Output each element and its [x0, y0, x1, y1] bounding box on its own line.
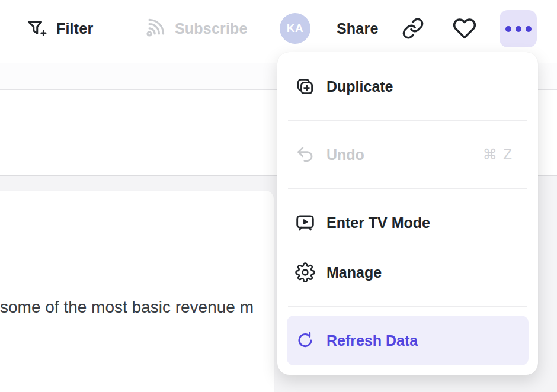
menu-item-label: Undo: [326, 146, 364, 163]
link-icon: [402, 17, 424, 40]
menu-divider: [288, 306, 527, 307]
text-card: [0, 191, 274, 392]
refresh-icon: [295, 330, 315, 351]
truncated-paragraph: some of the most basic revenue m: [0, 298, 254, 317]
share-label: Share: [337, 20, 378, 37]
menu-item-label: Duplicate: [326, 78, 393, 95]
heart-icon: [453, 17, 476, 40]
filter-label: Filter: [56, 20, 93, 37]
menu-item-refresh-data[interactable]: Refresh Data: [287, 316, 529, 365]
filter-plus-icon: [26, 18, 47, 39]
copy-link-button[interactable]: [402, 0, 424, 57]
more-options-menu: Duplicate Undo ⌘ Z Enter TV Mode: [277, 52, 538, 375]
duplicate-icon: [295, 76, 315, 97]
avatar-initials: KA: [287, 22, 303, 35]
menu-item-label: Enter TV Mode: [326, 214, 430, 232]
favorite-button[interactable]: [453, 0, 476, 57]
menu-item-duplicate[interactable]: Duplicate: [287, 62, 529, 111]
tv-icon: [295, 213, 315, 233]
undo-shortcut: ⌘ Z: [483, 146, 513, 163]
gear-icon: [295, 262, 315, 282]
avatar[interactable]: KA: [280, 13, 310, 44]
ellipsis-icon: [505, 26, 532, 32]
menu-divider: [288, 188, 527, 189]
undo-icon: [295, 144, 315, 165]
menu-item-label: Refresh Data: [326, 332, 418, 349]
subscribe-label: Subscribe: [175, 20, 248, 37]
filter-button[interactable]: Filter: [26, 0, 93, 57]
menu-item-manage[interactable]: Manage: [287, 248, 529, 297]
menu-divider: [288, 120, 527, 121]
more-options-button[interactable]: [500, 10, 537, 47]
menu-item-label: Manage: [326, 264, 382, 281]
share-button[interactable]: Share: [337, 0, 378, 57]
rss-icon: [143, 17, 166, 40]
menu-item-enter-tv-mode[interactable]: Enter TV Mode: [287, 198, 529, 248]
menu-item-undo[interactable]: Undo ⌘ Z: [287, 130, 529, 179]
subscribe-button[interactable]: Subscribe: [143, 0, 248, 57]
